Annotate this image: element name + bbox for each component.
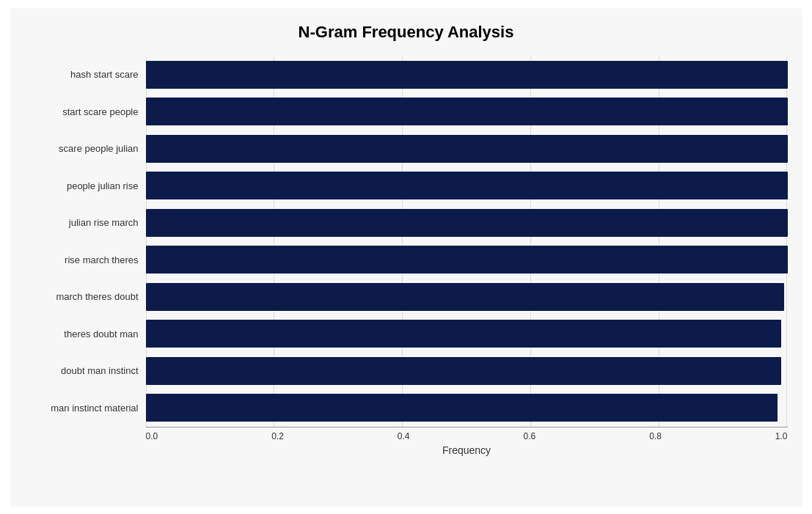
bar-row xyxy=(146,392,788,423)
y-label: start scare people xyxy=(62,107,138,117)
bar xyxy=(146,61,788,89)
bar xyxy=(146,209,788,237)
chart-container: N-Gram Frequency Analysis hash start sca… xyxy=(10,8,802,507)
bar-row xyxy=(146,96,788,127)
y-label: hash start scare xyxy=(70,70,139,79)
y-label: man instinct material xyxy=(51,403,138,413)
plot-area xyxy=(146,56,788,427)
y-label: people julian rise xyxy=(67,181,139,191)
bar xyxy=(146,283,785,311)
bar xyxy=(146,98,788,125)
x-tick: 0.6 xyxy=(523,431,535,441)
bar-row xyxy=(146,133,788,164)
bar-row xyxy=(146,318,788,349)
bar-row xyxy=(146,282,788,312)
x-tick: 0.8 xyxy=(649,431,662,441)
y-axis-labels: hash start scarestart scare peoplescare … xyxy=(25,56,146,427)
y-label: doubt man instinct xyxy=(61,366,139,375)
bar xyxy=(146,135,788,163)
x-tick: 1.0 xyxy=(775,431,788,441)
x-tick-labels: 0.00.20.40.60.81.0 xyxy=(146,427,788,441)
bar xyxy=(146,320,781,348)
bar-row xyxy=(146,208,788,238)
bar xyxy=(146,172,788,199)
x-tick: 0.0 xyxy=(146,431,158,441)
bar-row xyxy=(146,170,788,201)
y-label: julian rise march xyxy=(69,218,139,227)
y-label: scare people julian xyxy=(59,144,138,153)
chart-title: N-Gram Frequency Analysis xyxy=(25,23,788,42)
bar xyxy=(146,246,788,273)
x-tick: 0.2 xyxy=(271,431,284,441)
bar-row xyxy=(146,59,788,90)
bar-row xyxy=(146,244,788,275)
x-tick: 0.4 xyxy=(398,431,410,441)
bar xyxy=(146,357,781,385)
x-axis: 0.00.20.40.60.81.0 Frequency xyxy=(146,427,788,456)
bar xyxy=(146,394,778,422)
y-label: theres doubt man xyxy=(64,329,138,339)
y-label: march theres doubt xyxy=(56,292,138,301)
bar-row xyxy=(146,356,788,386)
y-label: rise march theres xyxy=(65,255,138,265)
x-axis-label: Frequency xyxy=(146,444,788,456)
